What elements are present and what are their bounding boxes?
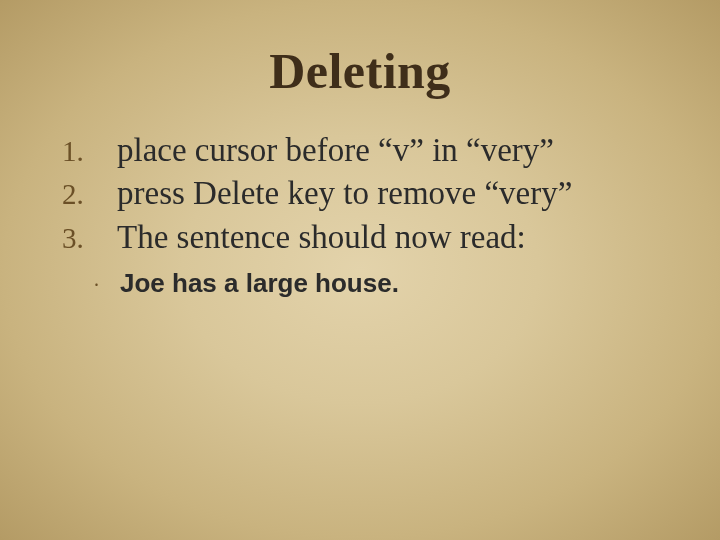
list-item: 3. The sentence should now read: <box>62 217 672 258</box>
instruction-list: 1. place cursor before “v” in “very” 2. … <box>62 130 672 299</box>
list-text-1: place cursor before “v” in “very” <box>117 130 554 171</box>
list-number-2: 2. <box>62 178 117 211</box>
slide-title: Deleting <box>0 42 720 100</box>
list-number-1: 1. <box>62 135 117 168</box>
result-sentence: Joe has a large house. <box>120 268 399 299</box>
list-number-3: 3. <box>62 222 117 255</box>
result-bullet: · Joe has a large house. <box>94 268 672 299</box>
list-text-3: The sentence should now read: <box>117 217 526 258</box>
list-text-2: press Delete key to remove “very” <box>117 173 572 214</box>
list-item: 1. place cursor before “v” in “very” <box>62 130 672 171</box>
bullet-dot-icon: · <box>94 273 120 297</box>
list-item: 2. press Delete key to remove “very” <box>62 173 672 214</box>
